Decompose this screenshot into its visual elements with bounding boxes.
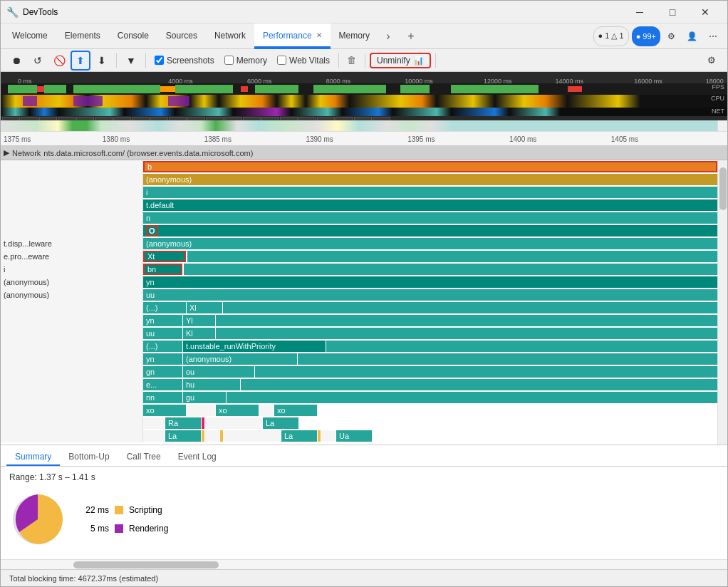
flame-uu[interactable]: uu — [143, 289, 717, 301]
flame-n[interactable]: n — [143, 212, 717, 224]
flame-row-i-1[interactable]: i — [1, 186, 717, 199]
flame-row-i-bn[interactable]: i bn — [1, 263, 717, 276]
flame-row-nn-gu[interactable]: nn gu — [1, 391, 717, 404]
flame-row-tdefault[interactable]: t.default — [1, 199, 717, 212]
tab-sources[interactable]: Sources — [157, 24, 206, 49]
h-scrollbar-thumb[interactable] — [73, 561, 219, 568]
flame-scroll-thumb[interactable] — [719, 167, 727, 210]
flame-gn[interactable]: gn — [143, 366, 182, 378]
flame-La[interactable]: La — [263, 417, 298, 429]
new-tab-button[interactable]: + — [401, 26, 421, 46]
maximize-button[interactable]: □ — [656, 1, 689, 24]
flame-b[interactable]: b — [143, 161, 717, 172]
flame-gu[interactable]: gu — [183, 392, 226, 403]
account-button[interactable]: 👤 — [682, 26, 702, 46]
dropdown-button[interactable]: ▼ — [121, 51, 141, 71]
flame-bn[interactable]: bn — [143, 264, 182, 275]
flame-dotdot-2[interactable]: (...) — [143, 341, 182, 352]
flame-row-anon-yn[interactable]: (anonymous) yn — [1, 276, 717, 289]
reload-record-button[interactable]: ↺ — [28, 51, 48, 71]
flame-row-Ra-La[interactable]: Ra La — [1, 417, 717, 430]
more-tabs-button[interactable]: › — [378, 26, 398, 46]
tab-call-tree[interactable]: Call Tree — [118, 449, 170, 466]
flame-La-1[interactable]: La — [165, 430, 201, 442]
flame-Ua[interactable]: Ua — [336, 430, 372, 442]
flame-Xt[interactable]: Xt — [143, 251, 186, 262]
minimap-scrollbar[interactable] — [717, 120, 727, 132]
h-scrollbar-track[interactable] — [1, 560, 727, 569]
flame-Kl[interactable]: Kl — [183, 328, 215, 339]
flame-Yl[interactable]: Yl — [183, 315, 215, 326]
more-options-button[interactable]: ⋯ — [704, 26, 722, 46]
flame-row-unstable[interactable]: (...) t.unstable_runWithPriority — [1, 340, 717, 353]
clear-button[interactable]: 🚫 — [49, 51, 69, 71]
tab-close-performance[interactable]: ✕ — [316, 31, 322, 39]
flame-Ra[interactable]: Ra — [165, 417, 201, 429]
flame-row-xo[interactable]: xo xo xo — [1, 404, 717, 417]
flame-rest-3[interactable] — [216, 328, 717, 339]
flame-row-n[interactable]: n — [1, 212, 717, 224]
flame-row-La-La-Ua[interactable]: La La Ua — [1, 430, 717, 442]
flame-row-e-hu[interactable]: e... hu — [1, 378, 717, 391]
tab-console[interactable]: Console — [109, 24, 157, 49]
tab-welcome[interactable]: Welcome — [4, 24, 56, 49]
minimize-button[interactable]: ─ — [623, 1, 656, 24]
flame-ou[interactable]: ou — [183, 366, 254, 378]
webvitals-checkbox[interactable] — [277, 56, 286, 65]
tab-summary[interactable]: Summary — [6, 449, 60, 466]
flame-yn3[interactable]: yn — [143, 353, 182, 365]
flame-xo-1[interactable]: xo — [143, 405, 186, 416]
flame-row-yn-Yl[interactable]: yn Yl — [1, 314, 717, 327]
flame-rest-2[interactable] — [216, 315, 717, 326]
flame-i-1[interactable]: i — [143, 187, 717, 198]
devtools-settings-button[interactable]: ⚙ — [663, 26, 680, 46]
flame-rest-5[interactable] — [298, 353, 717, 365]
flame-dotdot-1[interactable]: (...) — [143, 302, 186, 313]
screenshots-checkbox-label[interactable]: Screenshots — [155, 56, 214, 66]
flame-rest-4[interactable] — [326, 341, 717, 352]
tab-event-log[interactable]: Event Log — [170, 449, 225, 466]
flame-O[interactable]: O — [143, 225, 717, 237]
flame-tdefault[interactable]: t.default — [143, 199, 717, 211]
flame-row-gn-ou[interactable]: gn ou — [1, 365, 717, 378]
flame-rest-1[interactable] — [223, 302, 717, 313]
flame-rest-7[interactable] — [241, 379, 717, 390]
flame-La-2[interactable]: La — [281, 430, 317, 442]
flame-unstable[interactable]: t.unstable_runWithPriority — [183, 341, 326, 352]
flame-row-dotdot-Xl[interactable]: (...) Xl — [1, 301, 717, 314]
flame-uu2[interactable]: uu — [143, 328, 182, 339]
record-button[interactable]: ⏺ — [6, 51, 26, 71]
tab-elements[interactable]: Elements — [56, 24, 109, 49]
tab-memory[interactable]: Memory — [331, 24, 378, 49]
flame-tdisp-right[interactable]: (anonymous) — [143, 238, 717, 249]
flame-yn[interactable]: yn — [143, 276, 717, 288]
webvitals-checkbox-label[interactable]: Web Vitals — [277, 56, 330, 66]
flame-i-bn-rest[interactable] — [184, 264, 717, 275]
flame-row-anonymous-1[interactable]: (anonymous) — [1, 173, 717, 186]
flame-vertical-scrollbar[interactable] — [717, 160, 727, 445]
tab-bottom-up[interactable]: Bottom-Up — [60, 449, 118, 466]
flame-scroll-area[interactable]: b (anonymous) — [1, 160, 717, 445]
flame-xo-3[interactable]: xo — [274, 405, 317, 416]
tab-performance[interactable]: Performance ✕ — [254, 24, 331, 49]
flame-yn2[interactable]: yn — [143, 315, 182, 326]
tab-network[interactable]: Network — [206, 24, 254, 49]
flame-nn[interactable]: nn — [143, 392, 182, 403]
flame-anon4[interactable]: (anonymous) — [183, 353, 297, 365]
flame-e-ellipsis[interactable]: e... — [143, 379, 182, 390]
flame-rest-6[interactable] — [255, 366, 717, 378]
notifications-button[interactable]: ● 99+ — [632, 26, 660, 46]
flame-row-O[interactable]: O — [1, 224, 717, 237]
flame-row-b[interactable]: b — [1, 160, 717, 173]
close-button[interactable]: ✕ — [689, 1, 722, 24]
delete-button[interactable]: 🗑 — [343, 52, 360, 69]
flame-row-anon-uu[interactable]: (anonymous) uu — [1, 289, 717, 301]
memory-checkbox-label[interactable]: Memory — [224, 56, 267, 66]
network-expand-icon[interactable]: ▶ — [4, 148, 9, 157]
memory-checkbox[interactable] — [224, 56, 234, 65]
flame-anonymous-1[interactable]: (anonymous) — [143, 174, 717, 185]
screenshots-checkbox[interactable] — [155, 56, 164, 65]
flame-rest-8[interactable] — [227, 392, 717, 403]
flame-epro-rest[interactable] — [187, 251, 717, 262]
flame-xo-2[interactable]: xo — [216, 405, 259, 416]
